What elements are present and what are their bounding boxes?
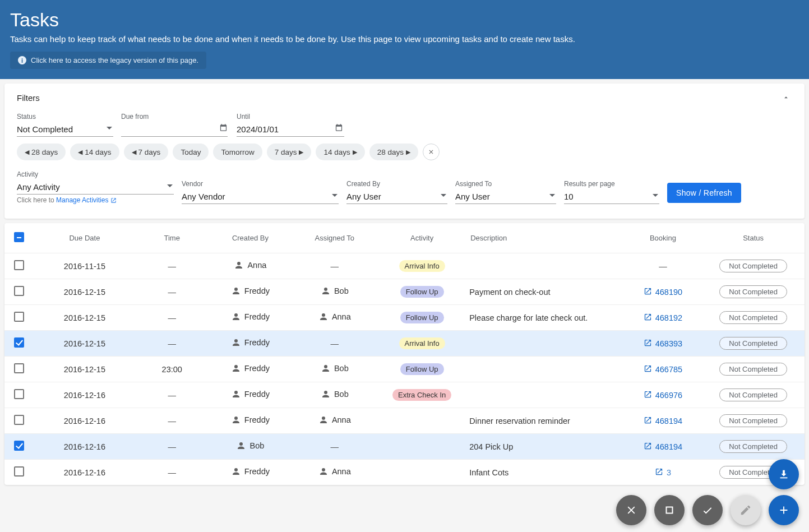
row-checkbox[interactable] (14, 312, 24, 322)
clear-chips-button[interactable] (423, 144, 440, 160)
booking-link[interactable]: 468194 (644, 442, 682, 452)
table-row[interactable]: 2016-12-15—FreddyBobFollow UpPayment on … (4, 279, 805, 305)
open-in-new-icon (644, 442, 652, 452)
booking-link[interactable]: 468194 (644, 416, 682, 426)
person-icon (321, 389, 331, 399)
booking-link[interactable]: 468190 (644, 287, 682, 297)
header-assigned-to[interactable]: Assigned To (293, 223, 377, 253)
page-header: Tasks Tasks can help to keep track of wh… (0, 0, 809, 79)
table-row[interactable]: 2016-12-1523:00FreddyBobFollow Up466785N… (4, 357, 805, 382)
booking-link[interactable]: 466976 (644, 390, 682, 400)
row-checkbox[interactable] (14, 441, 24, 451)
manage-activities-link[interactable]: Manage Activities (56, 196, 117, 204)
booking-link[interactable]: 468393 (644, 339, 682, 349)
booking-link[interactable]: 466785 (644, 364, 682, 374)
legacy-notice-banner[interactable]: i Click here to access the legacy versio… (10, 52, 206, 69)
chip-back-28[interactable]: ◀28 days (17, 144, 66, 160)
booking-cell: 468194 (624, 408, 702, 434)
vendor-select[interactable]: Any Vendor (182, 188, 339, 204)
activity-cell: Follow Up (377, 279, 467, 305)
time-cell: — (136, 305, 208, 331)
person-icon (231, 286, 241, 296)
due-date-cell: 2016-12-16 (34, 382, 136, 408)
chip-today[interactable]: Today (173, 144, 209, 160)
row-checkbox[interactable] (14, 337, 24, 348)
table-row[interactable]: 2016-12-16—FreddyBobExtra Check In466976… (4, 382, 805, 408)
status-pill[interactable]: Not Completed (719, 440, 787, 453)
show-refresh-button[interactable]: Show / Refresh (667, 183, 741, 203)
chip-fwd-7[interactable]: 7 days▶ (267, 144, 312, 160)
status-select[interactable]: Not Completed (17, 121, 113, 137)
table-row[interactable]: 2016-12-15—FreddyAnnaFollow UpPlease cha… (4, 305, 805, 331)
page-subtitle: Tasks can help to keep track of what nee… (10, 34, 799, 44)
assigned-to-select[interactable]: Any User (455, 188, 556, 204)
row-checkbox[interactable] (14, 260, 24, 270)
assigned-to-cell: Bob (293, 279, 377, 305)
table-row[interactable]: 2016-12-16—FreddyAnnaDinner reservation … (4, 408, 805, 434)
booking-cell: 468194 (624, 434, 702, 460)
booking-link[interactable]: 3 (655, 468, 671, 478)
description-cell (467, 357, 623, 382)
activity-cell: Follow Up (377, 305, 467, 331)
time-cell: — (136, 382, 208, 408)
chip-back-14[interactable]: ◀14 days (70, 144, 119, 160)
due-from-input[interactable] (121, 121, 228, 137)
select-all-checkbox[interactable] (14, 232, 24, 242)
status-pill[interactable]: Not Completed (719, 260, 787, 272)
status-pill[interactable]: Not Completed (719, 285, 787, 298)
status-cell: Not Completed (702, 382, 805, 408)
header-time[interactable]: Time (136, 223, 208, 253)
results-per-page-select[interactable]: 10 (564, 188, 659, 204)
row-checkbox[interactable] (14, 286, 24, 296)
row-checkbox[interactable] (14, 389, 24, 399)
table-row[interactable]: 2016-11-15—Anna—Arrival Info—Not Complet… (4, 253, 805, 279)
table-row[interactable]: 2016-12-15—Freddy—Arrival Info468393Not … (4, 331, 805, 357)
row-checkbox[interactable] (14, 466, 24, 477)
collapse-filters-button[interactable] (780, 91, 792, 104)
until-input[interactable]: 2024/01/01 (237, 121, 344, 137)
time-cell: 23:00 (136, 357, 208, 382)
table-row[interactable]: 2016-12-16—Bob—204 Pick Up468194Not Comp… (4, 434, 805, 460)
header-booking[interactable]: Booking (624, 223, 702, 253)
person-icon (236, 441, 246, 451)
chip-tomorrow[interactable]: Tomorrow (213, 144, 262, 160)
chip-fwd-14[interactable]: 14 days▶ (316, 144, 364, 160)
activity-select[interactable]: Any Activity (17, 179, 174, 195)
table-row[interactable]: 2016-12-16—FreddyAnnaInfant Cots3Not Com… (4, 460, 805, 485)
created-by-select[interactable]: Any User (346, 188, 447, 204)
assigned-to-label: Assigned To (455, 180, 556, 188)
status-pill[interactable]: Not Completed (719, 388, 787, 401)
header-status[interactable]: Status (702, 223, 805, 253)
activity-badge: Arrival Info (399, 337, 445, 349)
status-pill[interactable]: Not Completed (719, 311, 787, 324)
status-pill[interactable]: Not Completed (719, 337, 787, 350)
booking-link[interactable]: 468192 (644, 313, 682, 323)
status-pill[interactable]: Not Completed (719, 363, 787, 376)
created-by-cell: Freddy (208, 460, 292, 485)
due-date-cell: 2016-12-16 (34, 408, 136, 434)
open-in-new-icon (644, 339, 652, 349)
header-due-date[interactable]: Due Date (34, 223, 136, 253)
header-activity[interactable]: Activity (377, 223, 467, 253)
chip-back-7[interactable]: ◀7 days (124, 144, 169, 160)
created-by-cell: Freddy (208, 305, 292, 331)
booking-cell: — (624, 253, 702, 279)
created-by-cell: Freddy (208, 408, 292, 434)
description-cell: Dinner reservation reminder (467, 408, 623, 434)
description-cell (467, 331, 623, 357)
status-cell: Not Completed (702, 279, 805, 305)
person-icon (318, 466, 329, 477)
row-checkbox[interactable] (14, 363, 24, 373)
header-created-by[interactable]: Created By (208, 223, 292, 253)
activity-cell (377, 460, 467, 485)
person-icon (231, 363, 241, 373)
header-description[interactable]: Description (467, 223, 623, 253)
status-filter: Status Not Completed (17, 113, 113, 137)
info-icon: i (18, 56, 26, 64)
row-checkbox[interactable] (14, 415, 24, 425)
assigned-to-cell: Bob (293, 382, 377, 408)
chip-fwd-28[interactable]: 28 days▶ (369, 144, 418, 160)
activity-label: Activity (17, 170, 174, 178)
download-fab[interactable] (769, 459, 799, 489)
status-pill[interactable]: Not Completed (719, 414, 787, 427)
